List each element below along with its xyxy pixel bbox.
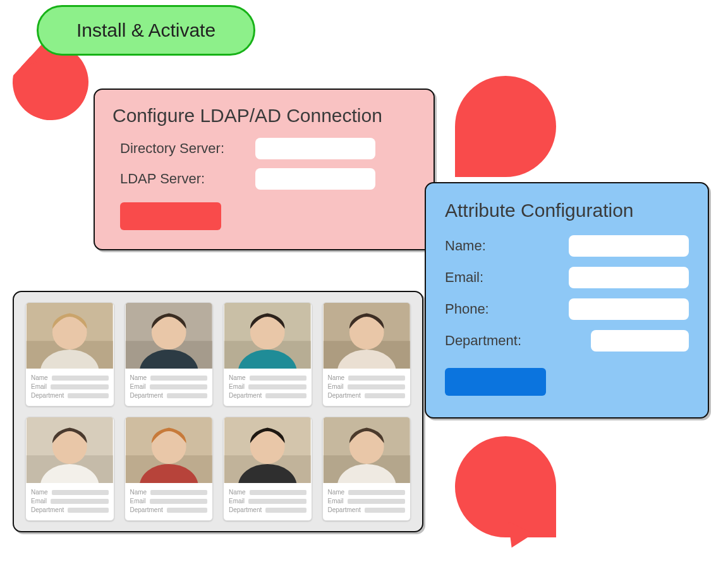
person-email-label: Email (229, 383, 245, 390)
person-name-label: Name (229, 489, 246, 496)
attr-department-input[interactable] (591, 330, 689, 352)
person-email-value (51, 384, 108, 389)
person-info: Name Email Department (125, 483, 213, 520)
install-activate-label: Install & Activate (76, 20, 215, 40)
person-avatar (26, 303, 114, 369)
person-name-label: Name (31, 374, 48, 381)
flow-arrow-3 (455, 436, 556, 537)
ldap-config-card: Configure LDAP/AD Connection Directory S… (94, 89, 435, 250)
person-name-value (52, 490, 109, 495)
person-card[interactable]: Name Email Department (322, 302, 411, 407)
person-name-label: Name (328, 374, 345, 381)
person-name-value (348, 490, 405, 495)
person-email-value (150, 499, 207, 504)
person-name-label: Name (31, 489, 48, 496)
person-department-label: Department (328, 506, 361, 513)
attr-submit-button[interactable] (445, 368, 546, 396)
person-info: Name Email Department (125, 369, 213, 406)
person-department-label: Department (31, 506, 64, 513)
person-card[interactable]: Name Email Department (223, 417, 312, 521)
person-avatar (125, 303, 213, 369)
attribute-config-card: Attribute Configuration Name: Email: Pho… (425, 182, 709, 419)
person-avatar (125, 417, 213, 483)
attr-name-row: Name: (445, 235, 689, 257)
person-avatar (323, 417, 411, 483)
attr-phone-input[interactable] (569, 298, 689, 320)
person-department-label: Department (130, 506, 163, 513)
person-name-label: Name (328, 489, 345, 496)
ldap-config-title: Configure LDAP/AD Connection (112, 105, 416, 126)
person-email-label: Email (328, 383, 344, 390)
ldap-submit-button[interactable] (120, 202, 221, 230)
person-department-label: Department (328, 392, 361, 399)
person-department-label: Department (229, 506, 262, 513)
flow-arrow-2 (455, 76, 556, 177)
person-name-value (250, 490, 306, 495)
person-avatar (224, 417, 312, 483)
directory-server-row: Directory Server: (120, 138, 416, 159)
person-info: Name Email Department (323, 369, 411, 406)
person-name-label: Name (130, 489, 147, 496)
people-directory-panel: Name Email Department Name Email Departm… (13, 291, 423, 532)
person-email-label: Email (229, 498, 245, 505)
attribute-config-title: Attribute Configuration (445, 200, 689, 221)
attr-department-row: Department: (445, 330, 689, 352)
person-department-value (265, 393, 306, 398)
person-info: Name Email Department (26, 483, 114, 520)
person-info: Name Email Department (26, 369, 114, 406)
ldap-server-input[interactable] (255, 168, 375, 190)
person-department-value (265, 508, 306, 513)
person-email-value (248, 499, 306, 504)
attr-name-label: Name: (445, 238, 486, 254)
person-name-value (348, 376, 405, 381)
person-card[interactable]: Name Email Department (124, 302, 214, 407)
person-department-value (68, 508, 108, 513)
person-department-label: Department (31, 392, 64, 399)
person-card[interactable]: Name Email Department (124, 417, 214, 521)
person-info: Name Email Department (224, 369, 312, 406)
attr-email-label: Email: (445, 269, 483, 286)
ldap-server-row: LDAP Server: (120, 168, 416, 190)
person-email-value (348, 384, 405, 389)
person-email-label: Email (31, 383, 47, 390)
person-avatar (26, 417, 114, 483)
person-card[interactable]: Name Email Department (25, 302, 114, 407)
person-avatar (224, 303, 312, 369)
person-name-value (150, 490, 207, 495)
person-info: Name Email Department (224, 483, 312, 520)
attr-email-row: Email: (445, 267, 689, 288)
attr-name-input[interactable] (569, 235, 689, 257)
install-activate-button[interactable]: Install & Activate (37, 5, 255, 56)
person-card[interactable]: Name Email Department (25, 417, 114, 521)
person-email-value (348, 499, 405, 504)
person-department-value (68, 393, 108, 398)
person-info: Name Email Department (323, 483, 411, 520)
person-card[interactable]: Name Email Department (223, 302, 312, 407)
person-department-value (167, 508, 207, 513)
person-avatar (323, 303, 411, 369)
person-name-value (150, 376, 207, 381)
person-department-label: Department (229, 392, 262, 399)
person-card[interactable]: Name Email Department (322, 417, 411, 521)
attr-email-input[interactable] (569, 267, 689, 288)
person-name-label: Name (229, 374, 246, 381)
directory-server-input[interactable] (255, 138, 375, 159)
person-name-value (250, 376, 306, 381)
person-name-label: Name (130, 374, 147, 381)
person-email-value (51, 499, 108, 504)
person-department-label: Department (130, 392, 163, 399)
person-email-label: Email (130, 498, 146, 505)
person-email-value (248, 384, 306, 389)
attr-phone-label: Phone: (445, 301, 489, 317)
person-email-value (150, 384, 207, 389)
attr-department-label: Department: (445, 333, 521, 349)
person-email-label: Email (31, 498, 47, 505)
attr-phone-row: Phone: (445, 298, 689, 320)
person-department-value (167, 393, 207, 398)
ldap-server-label: LDAP Server: (120, 171, 246, 187)
person-department-value (365, 508, 405, 513)
directory-server-label: Directory Server: (120, 140, 246, 157)
person-department-value (365, 393, 405, 398)
person-name-value (52, 376, 109, 381)
person-email-label: Email (328, 498, 344, 505)
